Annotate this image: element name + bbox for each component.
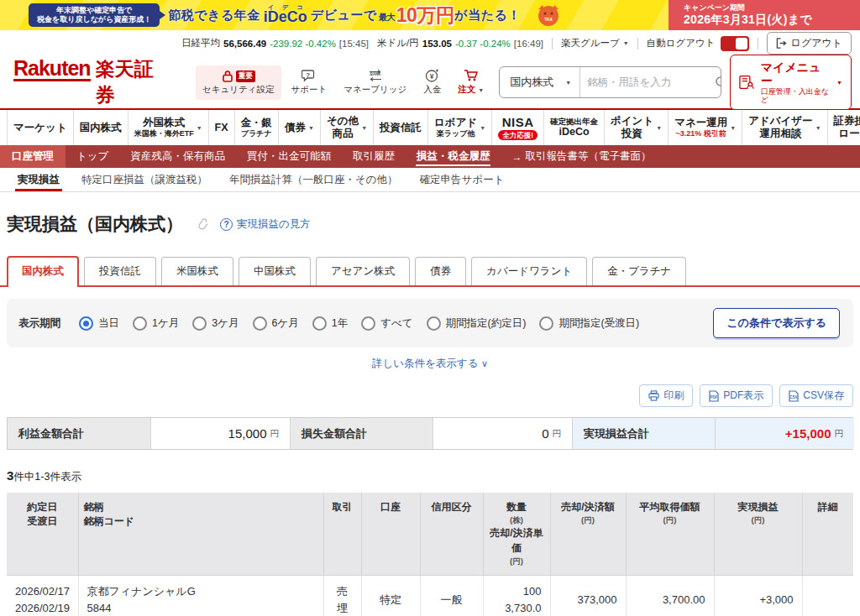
chevron-down-icon: ▼ <box>480 125 485 131</box>
money-bridge-link[interactable]: BANK マネーブリッジ <box>337 65 413 100</box>
banner-headline-1: 節税できる年金 <box>168 8 260 23</box>
results-count: 3件中1-3件表示 <box>0 450 860 493</box>
period-option-3months[interactable]: 3ケ月 <box>192 316 239 331</box>
pdf-view-button[interactable]: PDF PDF表示 <box>700 384 773 407</box>
logout-icon <box>776 38 787 49</box>
radio-icon <box>312 316 327 331</box>
pl-help-link[interactable]: ? 実現損益の見方 <box>220 217 311 232</box>
auto-logout-label: 自動ログアウト <box>647 37 716 50</box>
nav-nisa[interactable]: NISA全力応援! <box>492 110 544 145</box>
nav-bonds[interactable]: 債券▼ <box>279 110 321 145</box>
tab-realized-pl[interactable]: 実現損益 <box>7 168 71 191</box>
search-category-select[interactable]: 国内株式 ▼ <box>500 67 580 97</box>
cart-icon <box>464 69 479 82</box>
nisa-badge: 全力応援! <box>498 130 538 140</box>
chevron-down-icon: ▼ <box>361 125 367 131</box>
col-account: 口座 <box>361 493 420 575</box>
nav-other-products[interactable]: その他商品▼ <box>321 110 374 145</box>
nav-ideco[interactable]: 確定拠出年金iDeCo <box>544 110 605 145</box>
nav-domestic-stock[interactable]: 国内株式 <box>74 110 128 145</box>
search-input[interactable] <box>580 76 706 88</box>
nikkei-label: 日経平均 <box>181 37 220 50</box>
banner-headline-max: 最大 <box>379 12 396 23</box>
tab-investment-trust[interactable]: 投資信託 <box>84 257 156 285</box>
account-nav-withdrawable[interactable]: 買付・出金可能額 <box>236 145 342 168</box>
auto-logout-control: 自動ログアウト <box>647 36 749 51</box>
nav-fx[interactable]: FX <box>209 110 235 145</box>
nav-gold-platinum[interactable]: 金・銀プラチナ <box>235 110 280 145</box>
tab-china-stock[interactable]: 中国株式 <box>239 257 311 285</box>
important-badge: 重要 <box>236 70 255 82</box>
svg-text:¥: ¥ <box>430 72 434 81</box>
tab-gold-platinum[interactable]: 金・プラチナ <box>592 257 686 285</box>
campaign-banner[interactable]: 年末調整や確定申告で 税金を取り戻しながら資産形成！ 節税できる年金 iDeCo… <box>0 0 860 30</box>
realized-pl-table: 約定日受渡日 銘柄銘柄コード 取引 口座 信用区分 数量(株) 売却/決済単価(… <box>7 493 853 616</box>
banner-amount: 10万円 <box>396 3 455 29</box>
tab-domestic-stock[interactable]: 国内株式 <box>7 256 79 285</box>
printer-icon <box>648 390 659 401</box>
logo-text-jp: 楽天証券 <box>96 56 162 108</box>
nav-money-management[interactable]: マネー運用~3.21% 税引前▼ <box>669 110 742 145</box>
question-circle-icon: ? <box>220 218 233 231</box>
chevron-down-icon: ∨ <box>481 358 488 368</box>
nav-foreign-stock[interactable]: 外国株式米国株・海外ETF▼ <box>128 110 209 145</box>
account-nav-reports[interactable]: →取引報告書等（電子書面） <box>501 145 662 168</box>
tab-annual-pl[interactable]: 年間損益計算（一般口座・その他） <box>218 168 409 191</box>
account-nav-trade-history[interactable]: 取引履歴 <box>342 145 406 168</box>
header-quick-links: 重要 セキュリティ設定 ? サポート BANK マネーブリッジ <box>196 65 490 100</box>
nav-market[interactable]: マーケット <box>7 110 74 145</box>
tab-asean-stock[interactable]: アセアン株式 <box>316 257 410 285</box>
banner-headline: 節税できる年金 iDeCoイデコ デビューで 最大 10万円 が当たる！ <box>168 3 521 29</box>
svg-text:?: ? <box>307 71 311 79</box>
radio-icon <box>361 316 375 331</box>
order-link[interactable]: 注文 ▼ <box>451 65 490 100</box>
svg-text:PDF: PDF <box>711 395 718 399</box>
tab-specific-account-pl[interactable]: 特定口座損益（譲渡益税） <box>71 168 218 191</box>
period-option-1year[interactable]: 1年 <box>312 316 348 331</box>
nav-point-invest[interactable]: ポイント投資▼ <box>605 110 669 145</box>
period-option-1month[interactable]: 1ケ月 <box>133 316 179 331</box>
nav-investment-trust[interactable]: 投資信託 <box>374 110 428 145</box>
csv-save-button[interactable]: CSV CSV保存 <box>779 384 853 407</box>
rakuten-group-menu[interactable]: 楽天グループ ▼ <box>561 37 629 50</box>
detail-conditions-toggle[interactable]: 詳しい条件を表示する ∨ <box>0 355 860 371</box>
period-option-range-trade-date[interactable]: 期間指定(約定日) <box>427 316 527 331</box>
realized-pl-total-label: 実現損益合計 <box>572 418 715 449</box>
apply-filter-button[interactable]: この条件で表示する <box>713 308 840 338</box>
my-menu-button[interactable]: マイメニュー 口座管理・入出金など ▼ <box>730 55 852 111</box>
period-option-range-settle-date[interactable]: 期間指定(受渡日) <box>539 316 639 331</box>
radio-icon <box>539 316 553 331</box>
period-option-6months[interactable]: 6ケ月 <box>253 316 299 331</box>
paperclip-icon[interactable] <box>195 217 208 232</box>
cell-realized-pl: +3,000 <box>714 575 802 616</box>
tab-covered-warrant[interactable]: カバードワラント <box>471 257 587 285</box>
market-data-bar: 日経平均 56,566.49 -239.92 -0.42% [15:45] 米ド… <box>0 30 860 56</box>
nav-securities-loan[interactable]: 証券担保ローン <box>828 110 860 145</box>
rakuten-logo[interactable]: Rakuten 楽天証券 <box>13 56 162 108</box>
search-button[interactable] <box>706 76 721 89</box>
auto-logout-toggle[interactable] <box>721 36 749 51</box>
usdjpy-value: 153.05 <box>422 39 452 49</box>
account-nav-top[interactable]: トップ <box>66 145 119 168</box>
tab-tax-return-support[interactable]: 確定申告サポート <box>409 168 516 191</box>
support-link[interactable]: ? サポート <box>285 65 334 100</box>
col-trade-type: 取引 <box>323 493 361 575</box>
security-settings-link[interactable]: 重要 セキュリティ設定 <box>196 65 281 100</box>
usdjpy-label: 米ドル/円 <box>377 37 419 50</box>
page-root: 年末調整や確定申告で 税金を取り戻しながら資産形成！ 節税できる年金 iDeCo… <box>0 0 860 616</box>
account-nav-balance[interactable]: 資産残高・保有商品 <box>119 145 236 168</box>
radio-selected-icon <box>79 316 93 331</box>
period-option-all[interactable]: すべて <box>361 316 412 331</box>
table-row[interactable]: 2026/02/172026/02/19 京都フィナンシャルG5844 売埋 特… <box>7 575 853 616</box>
print-button[interactable]: 印刷 <box>639 384 693 407</box>
chevron-down-icon: ▼ <box>197 125 202 131</box>
deposit-link[interactable]: ¥ 入金 <box>417 65 448 100</box>
nav-robo-advisor[interactable]: ロボアド楽ラップ他▼ <box>428 110 492 145</box>
tab-us-stock[interactable]: 米国株式 <box>161 257 233 285</box>
nav-advisor[interactable]: アドバイザー運用相談▼ <box>742 110 827 145</box>
period-option-today[interactable]: 当日 <box>79 316 119 331</box>
logout-button[interactable]: ログアウト <box>767 32 852 55</box>
tab-bonds[interactable]: 債券 <box>415 257 466 285</box>
account-nav-home[interactable]: 口座管理 <box>0 145 66 168</box>
account-nav-pl-tax-history[interactable]: 損益・税金履歴 <box>406 145 501 168</box>
